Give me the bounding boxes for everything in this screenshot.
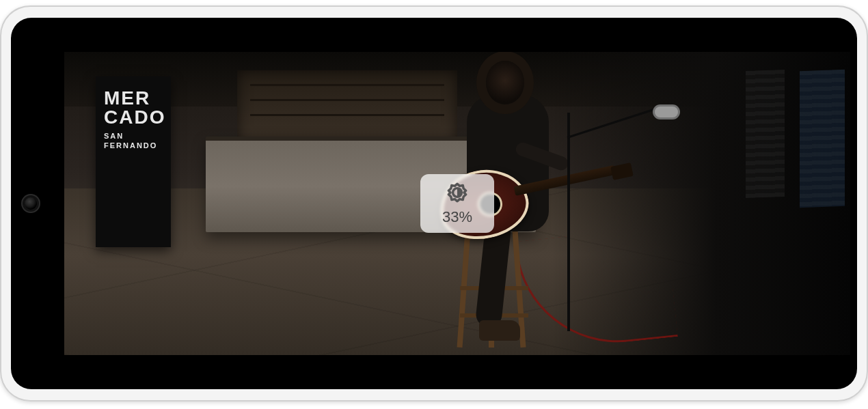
banner-text-line2: CADO <box>104 108 163 127</box>
scene-banner: MER CADO SAN FERNANDO <box>96 76 171 247</box>
device-bezel: MER CADO SAN FERNANDO <box>11 18 857 389</box>
scene-mic-stand <box>567 113 570 331</box>
brightness-icon <box>446 181 469 207</box>
scene-microphone <box>655 107 678 117</box>
phone-device-frame: MER CADO SAN FERNANDO <box>0 5 868 401</box>
brightness-value: 33% <box>442 208 472 226</box>
screen[interactable]: MER CADO SAN FERNANDO <box>64 25 850 382</box>
video-player[interactable]: MER CADO SAN FERNANDO <box>64 52 850 355</box>
scene-shutter <box>746 70 785 198</box>
brightness-indicator: 33% <box>420 174 494 233</box>
scene-shutter <box>800 69 845 207</box>
banner-text-line1: MER <box>104 89 163 108</box>
front-camera <box>25 197 37 210</box>
banner-text-sub: SAN FERNANDO <box>104 131 159 151</box>
scene-bar-shelf <box>237 70 457 143</box>
